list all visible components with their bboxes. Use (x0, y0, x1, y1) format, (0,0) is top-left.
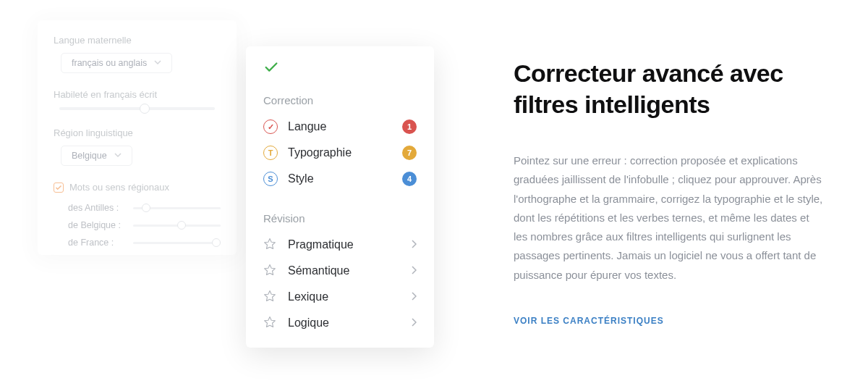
revision-label: Logique (288, 316, 411, 330)
slider-thumb[interactable] (177, 221, 186, 230)
revision-item[interactable]: Lexique (246, 284, 434, 310)
select-region[interactable]: Belgique (61, 146, 132, 166)
chevron-right-icon (411, 316, 417, 330)
count-badge: 7 (402, 146, 417, 160)
correction-label: Typographie (288, 146, 402, 159)
correction-type-icon: S (263, 172, 278, 186)
regional-label: de Belgique : (68, 220, 133, 230)
correction-type-icon: T (263, 146, 278, 160)
body-text: Pointez sur une erreur : correction prop… (514, 151, 825, 285)
label-region: Région linguistique (54, 127, 221, 138)
revision-item[interactable]: Logique (246, 310, 434, 336)
check-icon (263, 59, 434, 78)
regional-slider-row: des Antilles : (54, 203, 221, 213)
heading-revision: Révision (246, 212, 434, 232)
revision-item[interactable]: Pragmatique (246, 232, 434, 258)
revision-label: Pragmatique (288, 238, 411, 251)
chevron-down-icon (114, 151, 122, 161)
star-icon (263, 316, 278, 330)
star-icon (263, 264, 278, 278)
label-langue-maternelle: Langue maternelle (54, 35, 221, 46)
slider-thumb[interactable] (142, 204, 150, 212)
count-badge: 1 (402, 119, 417, 134)
count-badge: 4 (402, 172, 417, 186)
chevron-right-icon (411, 290, 417, 303)
heading-correction: Correction (246, 94, 434, 114)
star-icon (263, 238, 278, 252)
select-langue-maternelle[interactable]: français ou anglais (61, 53, 172, 73)
slider-thumb[interactable] (140, 104, 150, 114)
correction-panel: Correction ✓ Langue 1 T Typographie 7 S … (246, 46, 434, 348)
regional-label: de France : (68, 238, 133, 248)
regional-slider-row: de France : (54, 238, 221, 248)
regional-slider[interactable] (133, 242, 221, 244)
label-habilete: Habileté en français écrit (54, 89, 221, 100)
chevron-down-icon (154, 58, 161, 68)
features-link[interactable]: VOIR LES CARACTÉRISTIQUES (514, 316, 664, 326)
headline: Correcteur avancé avec filtres intellige… (514, 58, 825, 119)
correction-label: Style (288, 172, 402, 185)
revision-item[interactable]: Sémantique (246, 258, 434, 284)
select-value: Belgique (72, 151, 107, 161)
revision-label: Lexique (288, 290, 411, 303)
correction-item[interactable]: ✓ Langue 1 (246, 114, 434, 140)
revision-label: Sémantique (288, 264, 411, 277)
checkbox-label: Mots ou sens régionaux (69, 182, 169, 193)
correction-item[interactable]: S Style 4 (246, 166, 434, 192)
star-icon (263, 290, 278, 304)
regional-slider[interactable] (133, 207, 221, 209)
correction-label: Langue (288, 120, 402, 133)
marketing-section: Correcteur avancé avec filtres intellige… (434, 14, 839, 372)
select-value: français ou anglais (72, 58, 147, 68)
correction-type-icon: ✓ (263, 119, 278, 134)
checkbox-icon (54, 182, 64, 193)
regional-slider-row: de Belgique : (54, 220, 221, 230)
chevron-right-icon (411, 238, 417, 251)
slider-thumb[interactable] (212, 238, 221, 247)
chevron-right-icon (411, 264, 417, 277)
correction-item[interactable]: T Typographie 7 (246, 140, 434, 166)
checkbox-regionaux[interactable]: Mots ou sens régionaux (54, 182, 221, 193)
habilete-slider[interactable] (59, 107, 215, 110)
regional-label: des Antilles : (68, 203, 133, 213)
regional-slider[interactable] (133, 225, 221, 227)
settings-card: Langue maternelle français ou anglais Ha… (38, 20, 237, 255)
